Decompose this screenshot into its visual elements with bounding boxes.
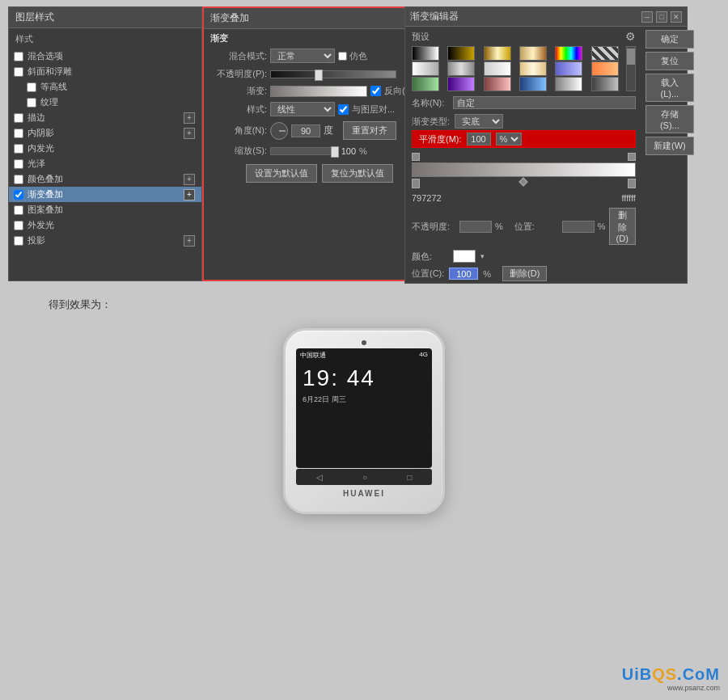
- preset-swatch-12[interactable]: [412, 77, 439, 91]
- preset-swatch-3[interactable]: [519, 46, 547, 61]
- opacity-delete-btn[interactable]: 删除(D): [609, 208, 636, 245]
- outer-glow-item[interactable]: 外发光: [9, 217, 201, 233]
- preset-swatch-10[interactable]: [555, 61, 582, 76]
- pattern-overlay-item[interactable]: 图案叠加: [9, 202, 201, 217]
- bottom-stop-right[interactable]: [628, 179, 636, 188]
- stroke-item[interactable]: 描边 +: [9, 110, 201, 125]
- inner-shadow-plus-btn[interactable]: +: [184, 128, 195, 139]
- preset-swatch-15[interactable]: [519, 77, 547, 91]
- smooth-input[interactable]: [467, 133, 491, 145]
- blend-options-checkbox[interactable]: [14, 52, 23, 61]
- preset-swatch-11[interactable]: [591, 61, 619, 76]
- inner-glow-checkbox[interactable]: [14, 144, 23, 154]
- inner-shadow-item[interactable]: 内阴影 +: [9, 125, 201, 141]
- preset-swatch-0[interactable]: [412, 46, 439, 61]
- align-checkbox[interactable]: [338, 104, 349, 115]
- close-btn[interactable]: ✕: [671, 11, 682, 23]
- contour-checkbox[interactable]: [27, 82, 36, 92]
- opacity-attr-input[interactable]: [459, 221, 492, 233]
- color-swatch-arrow[interactable]: ▾: [480, 252, 485, 260]
- color-swatch[interactable]: [453, 250, 476, 263]
- layer-style-panel: 图层样式 样式 混合选项 斜面和浮雕 等高线 纹理 描边: [8, 6, 202, 281]
- preset-swatch-13[interactable]: [447, 77, 475, 91]
- gear-icon[interactable]: ⚙: [625, 30, 636, 43]
- ge-reset-btn[interactable]: 复位: [645, 52, 694, 70]
- nav-home-icon[interactable]: ○: [362, 473, 367, 482]
- opacity-slider-track[interactable]: [270, 70, 396, 78]
- gradient-overlay-plus-btn[interactable]: +: [184, 189, 195, 200]
- stroke-plus-btn[interactable]: +: [184, 112, 195, 124]
- ge-ok-btn[interactable]: 确定: [645, 30, 694, 48]
- angle-dial[interactable]: [270, 122, 288, 140]
- gradient-bar[interactable]: [412, 162, 636, 177]
- blend-mode-select[interactable]: 正常: [270, 48, 335, 63]
- preset-swatch-14[interactable]: [484, 77, 511, 91]
- top-stop-right[interactable]: [628, 153, 636, 161]
- gradient-name-input[interactable]: [453, 96, 636, 109]
- color-overlay-checkbox[interactable]: [14, 175, 23, 184]
- ge-save-btn[interactable]: 存储(S)...: [645, 105, 694, 133]
- gradient-overlay-item[interactable]: 渐变叠加 +: [9, 187, 201, 202]
- fake-color-checkbox[interactable]: [338, 52, 347, 61]
- inner-shadow-checkbox[interactable]: [14, 129, 23, 138]
- satin-checkbox[interactable]: [14, 159, 23, 169]
- gradient-swatch[interactable]: [270, 86, 367, 97]
- preset-swatch-7[interactable]: [447, 61, 475, 76]
- gradient-type-select[interactable]: 实底: [455, 114, 503, 129]
- blend-options-item[interactable]: 混合选项: [9, 48, 201, 64]
- ge-new-btn[interactable]: 新建(W): [645, 137, 694, 155]
- contour-item[interactable]: 等高线: [9, 79, 201, 95]
- texture-item[interactable]: 纹理: [9, 95, 201, 110]
- nav-back-icon[interactable]: ◁: [316, 473, 323, 482]
- position-attr-input[interactable]: [562, 221, 595, 233]
- smooth-select[interactable]: %: [496, 133, 522, 145]
- scale-value: 100: [338, 146, 356, 156]
- bottom-stop-left[interactable]: [412, 179, 420, 188]
- color-delete-btn[interactable]: 删除(D): [502, 266, 547, 281]
- gradient-overlay-label: 渐变叠加: [28, 188, 184, 200]
- preset-swatch-1[interactable]: [447, 46, 475, 61]
- drop-shadow-plus-btn[interactable]: +: [184, 235, 195, 247]
- pattern-overlay-checkbox[interactable]: [14, 205, 23, 215]
- preset-swatch-17[interactable]: [591, 77, 619, 91]
- opacity-slider-thumb[interactable]: [315, 70, 323, 81]
- preset-swatch-8[interactable]: [484, 61, 511, 76]
- gradient-overlay-checkbox[interactable]: [14, 190, 23, 200]
- preset-swatch-4[interactable]: [555, 46, 582, 61]
- preset-swatch-16[interactable]: [555, 77, 582, 91]
- color-overlay-item[interactable]: 颜色叠加 +: [9, 171, 201, 187]
- color-overlay-plus-btn[interactable]: +: [184, 174, 195, 185]
- scale-slider-thumb[interactable]: [331, 146, 339, 158]
- style-select[interactable]: 线性: [270, 102, 335, 116]
- drop-shadow-checkbox[interactable]: [14, 236, 23, 246]
- preset-swatch-2[interactable]: [484, 46, 511, 61]
- ge-load-btn[interactable]: 载入(L)...: [645, 74, 694, 102]
- scale-slider-track[interactable]: [270, 147, 335, 155]
- color-position-input[interactable]: [449, 268, 478, 280]
- bevel-checkbox[interactable]: [14, 67, 23, 77]
- opacity-attr-pct: %: [495, 221, 503, 231]
- reverse-checkbox[interactable]: [370, 86, 381, 96]
- preset-swatch-5[interactable]: [591, 46, 619, 61]
- stroke-checkbox[interactable]: [14, 113, 23, 123]
- align-reset-btn[interactable]: 重置对齐: [343, 121, 396, 140]
- inner-glow-item[interactable]: 内发光: [9, 141, 201, 156]
- set-default-btn[interactable]: 设置为默认值: [246, 164, 317, 183]
- minimize-btn[interactable]: ─: [641, 11, 653, 23]
- texture-checkbox[interactable]: [27, 98, 36, 108]
- outer-glow-checkbox[interactable]: [14, 221, 23, 230]
- drop-shadow-item[interactable]: 投影 +: [9, 233, 201, 248]
- satin-item[interactable]: 光泽: [9, 156, 201, 171]
- fake-color-label[interactable]: 仿色: [338, 50, 367, 62]
- bevel-item[interactable]: 斜面和浮雕: [9, 64, 201, 79]
- preset-swatch-9[interactable]: [519, 61, 547, 76]
- preset-swatch-6[interactable]: [412, 61, 439, 76]
- presets-scrollbar[interactable]: [626, 46, 636, 91]
- position-attr-pct: %: [598, 221, 606, 231]
- top-stop-left[interactable]: [412, 153, 420, 161]
- midpoint-diamond[interactable]: [519, 177, 528, 186]
- angle-input[interactable]: [291, 124, 320, 137]
- nav-recent-icon[interactable]: □: [407, 473, 412, 482]
- reset-default-btn[interactable]: 复位为默认值: [322, 164, 393, 183]
- maximize-btn[interactable]: □: [656, 11, 667, 23]
